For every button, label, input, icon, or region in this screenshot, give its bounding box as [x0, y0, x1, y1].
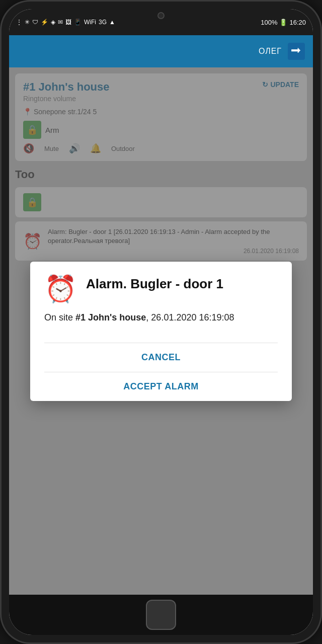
dialog-body-prefix: On site — [44, 312, 75, 323]
asterisk-icon: ✳ — [25, 19, 30, 26]
wifi-icon: WiFi — [84, 19, 96, 26]
dialog-alarm-icon: ⏰ — [44, 276, 77, 302]
vpn-icon: 🛡 — [32, 19, 38, 26]
phone-icon: 📱 — [74, 19, 82, 26]
time-display: 16:20 — [289, 19, 306, 26]
network-icon: 3G — [99, 19, 107, 26]
phone-screen: ⋮ ✳ 🛡 ⚡ ◈ ✉ 🖼 📱 WiFi 3G ▲ 100% 🔋 16:20 — [9, 9, 313, 635]
dialog-body-datetime: , 26.01.2020 16:19:08 — [146, 312, 234, 323]
email-icon: ✉ — [58, 19, 63, 26]
status-right-info: 100% 🔋 16:20 — [261, 19, 306, 26]
modal-overlay: ⏰ Alarm. Bugler - door 1 On site #1 John… — [9, 67, 313, 595]
image-icon: 🖼 — [65, 19, 71, 26]
header-username: ОЛЕГ — [259, 47, 282, 56]
home-button[interactable] — [146, 600, 176, 630]
battery-percent: 100% — [261, 19, 277, 26]
dialog-title: Alarm. Bugler - door 1 — [86, 276, 223, 292]
signal-icon: ▲ — [109, 19, 115, 26]
screen-content: ⋮ ✳ 🛡 ⚡ ◈ ✉ 🖼 📱 WiFi 3G ▲ 100% 🔋 16:20 — [9, 9, 313, 595]
dialog-actions: CANCEL ACCEPT ALARM — [44, 343, 278, 401]
shield-icon: ◈ — [51, 19, 55, 26]
cancel-button[interactable]: CANCEL — [44, 343, 278, 372]
usb-icon: ⚡ — [41, 19, 48, 26]
alarm-dialog: ⏰ Alarm. Bugler - door 1 On site #1 John… — [30, 262, 292, 401]
dialog-body-site: #1 John's house — [75, 312, 146, 323]
accept-alarm-button[interactable]: ACCEPT ALARM — [44, 372, 278, 401]
battery-icon: 🔋 — [279, 19, 287, 26]
app-header: ОЛЕГ ⮕ — [9, 35, 313, 67]
background-content: #1 John's house Ringtone volume ↻ UPDATE… — [9, 67, 313, 595]
home-bar-area — [9, 595, 313, 635]
logout-icon[interactable]: ⮕ — [288, 43, 305, 60]
dots-icon: ⋮ — [16, 19, 22, 26]
dialog-header: ⏰ Alarm. Bugler - door 1 — [44, 276, 278, 302]
camera — [157, 12, 165, 19]
dialog-body: On site #1 John's house, 26.01.2020 16:1… — [44, 311, 278, 325]
phone-frame: ⋮ ✳ 🛡 ⚡ ◈ ✉ 🖼 📱 WiFi 3G ▲ 100% 🔋 16:20 — [0, 0, 322, 644]
status-left-icons: ⋮ ✳ 🛡 ⚡ ◈ ✉ 🖼 📱 WiFi 3G ▲ — [16, 19, 115, 26]
